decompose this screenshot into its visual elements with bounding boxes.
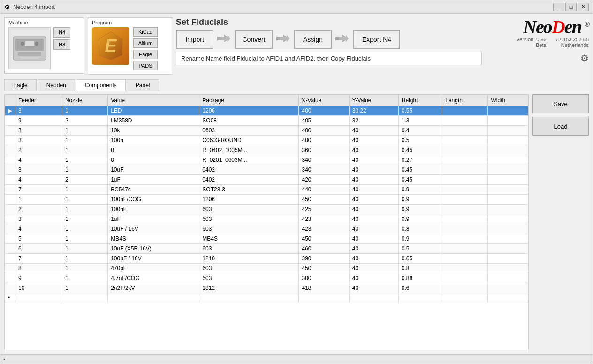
row-width-cell bbox=[488, 185, 528, 195]
table-row[interactable]: 3110k0603400400.4 bbox=[5, 126, 528, 136]
row-length-cell bbox=[442, 254, 488, 264]
row-length-cell bbox=[442, 155, 488, 165]
table-row[interactable]: 51MB4SMB4S450400.9 bbox=[5, 234, 528, 244]
program-altium-button[interactable]: Altium bbox=[133, 38, 158, 48]
machine-n4-button[interactable]: N4 bbox=[53, 27, 70, 38]
table-row[interactable]: 210R_0402_1005M...360400.45 bbox=[5, 145, 528, 155]
row-package-cell: 0402 bbox=[199, 175, 299, 185]
table-row[interactable]: 81470pF603450400.8 bbox=[5, 264, 528, 273]
row-x-cell: 400 bbox=[299, 136, 349, 145]
table-row[interactable]: 4110uF / 16V603423400.8 bbox=[5, 224, 528, 234]
components-table: Feeder Nozzle Value Package X-Value Y-Va… bbox=[5, 95, 528, 303]
table-row[interactable]: 914.7nF/COG603300400.88 bbox=[5, 273, 528, 283]
table-row[interactable]: 6110uF (X5R.16V)603460400.5 bbox=[5, 244, 528, 254]
table-row[interactable]: 71100μF / 16V1210390400.65 bbox=[5, 254, 528, 264]
top-section: Machine bbox=[4, 17, 589, 75]
row-height-cell: 0.8 bbox=[398, 224, 442, 234]
row-x-cell: 450 bbox=[299, 234, 349, 244]
table-add-row[interactable]: • bbox=[5, 293, 528, 303]
machine-image bbox=[8, 27, 51, 69]
row-nozzle-cell: 1 bbox=[62, 126, 107, 136]
table-row[interactable]: 71BC547cSOT23-3440400.9 bbox=[5, 185, 528, 195]
row-arrow-cell bbox=[5, 175, 15, 185]
row-x-cell: 440 bbox=[299, 185, 349, 195]
row-height-cell: 0.45 bbox=[398, 165, 442, 175]
row-arrow-cell bbox=[5, 214, 15, 224]
maximize-button[interactable]: □ bbox=[565, 3, 577, 11]
row-y-cell: 40 bbox=[349, 254, 398, 264]
row-arrow-cell bbox=[5, 283, 15, 293]
row-x-cell: 423 bbox=[299, 224, 349, 234]
row-value-cell: 2n2F/2kV bbox=[108, 283, 199, 293]
minimize-button[interactable]: — bbox=[553, 3, 564, 11]
row-y-cell: 40 bbox=[349, 273, 398, 283]
fiducials-description: Rename Name field Fiducial to AFID1 and … bbox=[176, 52, 482, 65]
close-button[interactable]: ✕ bbox=[578, 3, 589, 11]
row-length-cell bbox=[442, 273, 488, 283]
convert-button[interactable]: Convert bbox=[235, 30, 273, 49]
row-height-cell: 0.9 bbox=[398, 214, 442, 224]
table-row[interactable]: 410R_0201_0603M...340400.27 bbox=[5, 155, 528, 165]
row-package-cell: C0603-ROUND bbox=[199, 136, 299, 145]
row-height-cell: 0.4 bbox=[398, 126, 442, 136]
fiducials-section: Set Fiducials Import Convert bbox=[176, 17, 482, 65]
table-row[interactable]: 21100nF603425400.9 bbox=[5, 205, 528, 214]
table-row[interactable]: 11100nF/COG1206450400.9 bbox=[5, 195, 528, 205]
table-container[interactable]: Feeder Nozzle Value Package X-Value Y-Va… bbox=[4, 94, 529, 350]
row-package-cell: 603 bbox=[199, 224, 299, 234]
program-pads-button[interactable]: PADS bbox=[133, 61, 158, 70]
row-value-cell: LED bbox=[108, 106, 199, 116]
row-value-cell: 10k bbox=[108, 126, 199, 136]
program-kicad-button[interactable]: KiCad bbox=[133, 27, 158, 37]
assign-button[interactable]: Assign bbox=[294, 30, 332, 49]
row-width-cell bbox=[488, 165, 528, 175]
col-arrow bbox=[5, 95, 15, 106]
export-button[interactable]: Export N4 bbox=[353, 30, 400, 49]
row-y-cell: 40 bbox=[349, 136, 398, 145]
row-height-cell: 0.55 bbox=[398, 106, 442, 116]
table-row[interactable]: 311uF603423400.9 bbox=[5, 214, 528, 224]
arrow3-svg bbox=[335, 34, 350, 43]
tab-panel[interactable]: Panel bbox=[127, 79, 159, 91]
machine-n8-button[interactable]: N8 bbox=[53, 39, 70, 50]
row-package-cell: 1210 bbox=[199, 254, 299, 264]
row-width-cell bbox=[488, 155, 528, 165]
tab-eagle[interactable]: Eagle bbox=[4, 79, 37, 91]
row-x-cell: 425 bbox=[299, 205, 349, 214]
col-xvalue: X-Value bbox=[299, 95, 349, 106]
table-row[interactable]: ▶31LED120640033.220.55 bbox=[5, 106, 528, 116]
table-row[interactable]: 92LM358DSO08405321.3 bbox=[5, 116, 528, 126]
row-length-cell bbox=[442, 224, 488, 234]
row-value-cell: 10uF bbox=[108, 165, 199, 175]
load-button[interactable]: Load bbox=[532, 117, 589, 136]
table-row[interactable]: 421uF0402420400.45 bbox=[5, 175, 528, 185]
program-eagle-button[interactable]: Eagle bbox=[133, 50, 158, 59]
row-package-cell: 603 bbox=[199, 264, 299, 273]
row-arrow-cell bbox=[5, 244, 15, 254]
row-width-cell bbox=[488, 254, 528, 264]
row-height-cell: 0.5 bbox=[398, 136, 442, 145]
row-nozzle-cell: 1 bbox=[62, 283, 107, 293]
row-feeder-cell: 8 bbox=[15, 264, 62, 273]
svg-rect-2 bbox=[18, 52, 41, 56]
tab-neoden[interactable]: Neoden bbox=[38, 79, 75, 91]
import-button[interactable]: Import bbox=[176, 30, 213, 49]
row-width-cell bbox=[488, 234, 528, 244]
row-y-cell: 40 bbox=[349, 224, 398, 234]
row-nozzle-cell: 1 bbox=[62, 273, 107, 283]
row-package-cell: SO08 bbox=[199, 116, 299, 126]
main-content: Machine bbox=[0, 14, 593, 354]
tab-components[interactable]: Components bbox=[76, 79, 126, 91]
arrow1-svg bbox=[217, 34, 231, 43]
row-package-cell: 603 bbox=[199, 273, 299, 283]
row-package-cell: 1206 bbox=[199, 106, 299, 116]
row-nozzle-cell: 1 bbox=[62, 254, 107, 264]
table-row[interactable]: 3110uF0402340400.45 bbox=[5, 165, 528, 175]
arrow3-icon bbox=[335, 34, 350, 46]
save-button[interactable]: Save bbox=[532, 94, 589, 113]
neoden-version: Version: 0.96 bbox=[516, 37, 546, 42]
settings-icon[interactable]: ⚙ bbox=[580, 53, 589, 63]
table-row[interactable]: 1012n2F/2kV1812418400.6 bbox=[5, 283, 528, 293]
row-feeder-cell: 7 bbox=[15, 254, 62, 264]
table-row[interactable]: 31100nC0603-ROUND400400.5 bbox=[5, 136, 528, 145]
